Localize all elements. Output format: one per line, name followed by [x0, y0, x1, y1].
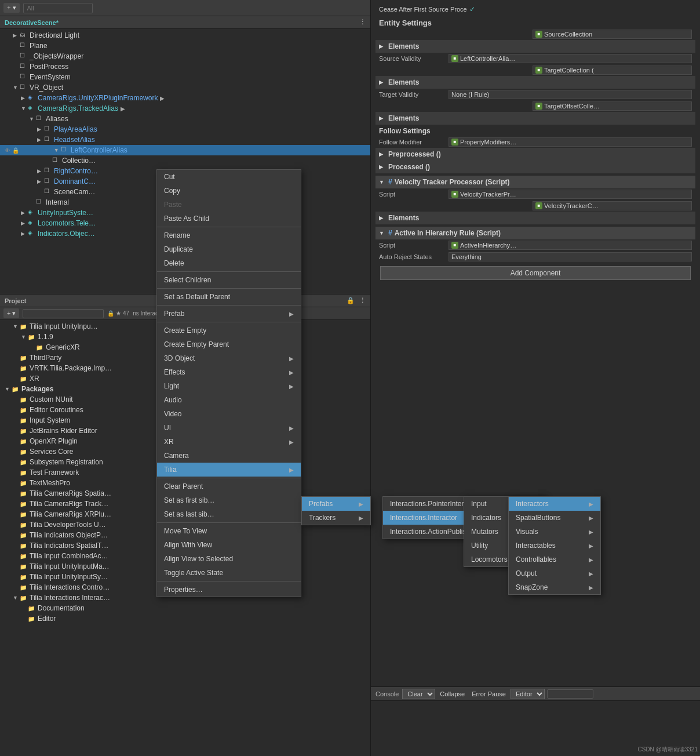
interactor-snapzone[interactable]: SnapZone ▶ — [509, 580, 600, 594]
watermark: CSDN @晴耕雨读3321 — [637, 746, 698, 754]
tree-item[interactable]: ☐ PostProcess — [0, 61, 370, 72]
project-search[interactable] — [23, 309, 104, 318]
clear-dropdown[interactable]: Clear — [402, 689, 435, 699]
tilia-trackers-item[interactable]: Trackers ▶ — [302, 511, 370, 525]
interactor-output[interactable]: Output ▶ — [509, 566, 600, 580]
menu-item-toggle-active-state[interactable]: Toggle Active State — [157, 566, 301, 580]
menu-item-create-empty[interactable]: Create Empty — [157, 324, 301, 337]
menu-item-set-first-sib[interactable]: Set as first sib… — [157, 493, 301, 507]
tree-item[interactable]: ☐ EventSystem — [0, 72, 370, 82]
tree-item[interactable]: ▶ ☐ HeadsetAlias — [0, 135, 370, 145]
active-hierarchy-header[interactable]: ▼ # Active In Hierarchy Rule (Script) — [375, 227, 695, 239]
menu-item-set-default-parent[interactable]: Set as Default Parent — [157, 290, 301, 304]
menu-item-move-to-view[interactable]: Move To View — [157, 524, 301, 538]
target-validity-value1[interactable]: None (I Rule) — [449, 90, 692, 99]
submenu-arrow: ▶ — [289, 467, 294, 473]
tilia-prefabs-item[interactable]: Prefabs ▶ — [302, 497, 370, 511]
menu-item-set-last-sib[interactable]: Set as last sib… — [157, 507, 301, 521]
project-status: 🔒 ★ 47 — [107, 310, 129, 317]
source-collection-value[interactable]: ■ SourceCollection — [533, 30, 692, 39]
menu-item-properties[interactable]: Properties… — [157, 583, 301, 597]
interactor-spatial-buttons[interactable]: SpatialButtons ▶ — [509, 511, 600, 525]
menu-item-light[interactable]: Light ▶ — [157, 379, 301, 393]
velocity-elements-header[interactable]: ▶ Elements — [375, 212, 695, 224]
target-validity-row1: Target Validity None (I Rule) — [375, 89, 695, 100]
menu-item-audio[interactable]: Audio — [157, 393, 301, 407]
menu-item-duplicate[interactable]: Duplicate — [157, 242, 301, 256]
tree-item[interactable]: ▼ ☐ Aliases — [0, 114, 370, 124]
search-input[interactable] — [23, 3, 93, 13]
menu-item-align-with-view[interactable]: Align With View — [157, 538, 301, 552]
right-panel: Cease After First Source Proce ✓ Entity … — [371, 0, 700, 756]
active-hierarchy-section: ▼ # Active In Hierarchy Rule (Script) Sc… — [375, 227, 695, 263]
interactor-visuals[interactable]: Visuals ▶ — [509, 525, 600, 539]
menu-item-camera[interactable]: Camera — [157, 449, 301, 463]
elements-section-1[interactable]: ▶ Elements — [375, 40, 695, 53]
menu-item-prefab[interactable]: Prefab ▶ — [157, 307, 301, 321]
menu-item-align-view-to-selected[interactable]: Align View to Selected — [157, 552, 301, 566]
add-component-button[interactable]: Add Component — [380, 266, 691, 280]
entity-settings-section: Entity Settings ■ SourceCollection ▶ Ele… — [375, 17, 695, 173]
menu-item-clear-parent[interactable]: Clear Parent — [157, 479, 301, 493]
menu-item-3d-object[interactable]: 3D Object ▶ — [157, 351, 301, 365]
menu-item-paste-as-child[interactable]: Paste As Child — [157, 212, 301, 226]
tree-item[interactable]: ▼ ◈ CameraRigs.TrackedAlias ▶ — [0, 103, 370, 114]
menu-item-delete[interactable]: Delete — [157, 256, 301, 270]
follow-modifier-row: Follow Modifier ■ PropertyModifiers… — [375, 136, 695, 148]
ref-icon: ■ — [451, 191, 458, 198]
tree-item[interactable]: ▶ 🗂 Directional Light — [0, 30, 370, 41]
interactor-interactors[interactable]: Interactors ▶ — [509, 497, 600, 511]
console-search[interactable] — [547, 689, 593, 699]
menu-item-paste[interactable]: Paste — [157, 198, 301, 212]
submenu-interactors: Interactors ▶ SpatialButtons ▶ Visuals ▶… — [508, 496, 601, 595]
project-options-icon[interactable]: ⋮ — [359, 297, 366, 304]
source-validity-value[interactable]: ■ LeftControllerAlia… — [449, 54, 692, 63]
menu-item-select-children[interactable]: Select Children — [157, 273, 301, 287]
preprocessed-header[interactable]: ▶ Preprocessed () — [375, 148, 695, 161]
menu-item-effects[interactable]: Effects ▶ — [157, 365, 301, 379]
elements-section-2[interactable]: ▶ Elements — [375, 76, 695, 89]
tree-item-selected[interactable]: 👁 🔒 ▼ ☐ LeftControllerAlias — [0, 145, 370, 155]
hierarchy-options-icon[interactable]: ⋮ — [359, 19, 366, 26]
menu-item-cut[interactable]: Cut — [157, 170, 301, 184]
tree-item[interactable]: ☐ Plane — [0, 41, 370, 51]
editor-dropdown[interactable]: Editor — [511, 689, 545, 699]
target-collection-value[interactable]: ■ TargetCollection ( — [533, 66, 692, 75]
collapse-button[interactable]: Collapse — [437, 689, 467, 699]
tree-item[interactable]: ☐ _ObjectsWrapper — [0, 51, 370, 61]
auto-reject-value[interactable]: Everything — [449, 252, 692, 261]
menu-item-xr[interactable]: XR ▶ — [157, 435, 301, 449]
interactor-interactables[interactable]: Interactables ▶ — [509, 539, 600, 553]
menu-separator — [157, 478, 301, 478]
menu-item-tilia[interactable]: Tilia ▶ — [157, 463, 301, 477]
add-button[interactable]: + ▾ — [3, 3, 20, 13]
menu-item-video[interactable]: Video — [157, 407, 301, 421]
velocity-ref-value[interactable]: ■ VelocityTrackerC… — [533, 201, 692, 210]
submenu-arrow: ▶ — [289, 369, 294, 376]
tree-item[interactable]: ☐ Collectio… — [0, 155, 370, 166]
collapse-arrow: ▼ — [379, 179, 386, 185]
project-lock-icon[interactable]: 🔒 — [347, 297, 355, 304]
menu-item-copy[interactable]: Copy — [157, 184, 301, 198]
menu-item-rename[interactable]: Rename — [157, 228, 301, 242]
elements-section-3[interactable]: ▶ Elements — [375, 112, 695, 125]
project-add-btn[interactable]: + ▾ — [3, 308, 19, 318]
submenu-arrow: ▶ — [589, 557, 593, 563]
target-offset-value[interactable]: ■ TargetOffsetColle… — [533, 101, 692, 111]
project-item[interactable]: 📁 Documentation — [0, 603, 370, 613]
interactor-controllables[interactable]: Controllables ▶ — [509, 553, 600, 566]
velocity-tracker-header[interactable]: ▼ # Velocity Tracker Processor (Script) — [375, 176, 695, 188]
menu-item-ui[interactable]: UI ▶ — [157, 421, 301, 435]
tree-item[interactable]: ▼ ☐ VR_Object — [0, 82, 370, 93]
menu-item-create-empty-parent[interactable]: Create Empty Parent — [157, 337, 301, 351]
menu-separator — [157, 271, 301, 272]
processed-header[interactable]: ▶ Processed () — [375, 161, 695, 173]
velocity-script-value[interactable]: ■ VelocityTrackerPr… — [449, 190, 692, 199]
project-item[interactable]: 📁 Editor — [0, 613, 370, 624]
submenu-arrow: ▶ — [589, 584, 593, 591]
follow-modifier-value[interactable]: ■ PropertyModifiers… — [449, 137, 692, 147]
tree-item[interactable]: ▶ ◈ CameraRigs.UnityXRPluginFramework ▶ — [0, 93, 370, 103]
active-script-value[interactable]: ■ ActiveInHierarchy… — [449, 241, 692, 250]
tree-item[interactable]: ▶ ☐ PlayAreaAlias — [0, 124, 370, 135]
error-pause-button[interactable]: Error Pause — [469, 689, 508, 699]
